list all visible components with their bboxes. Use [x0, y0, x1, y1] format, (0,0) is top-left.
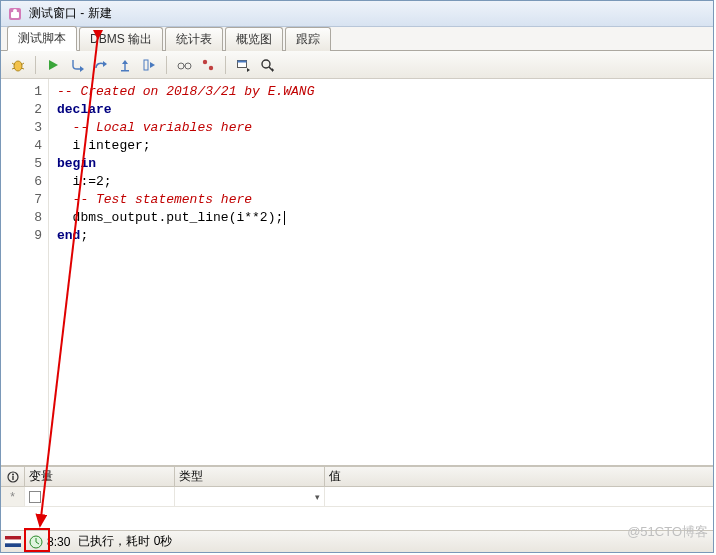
- timer-chip: 8:30: [29, 535, 70, 549]
- value-col-header[interactable]: 值: [325, 467, 713, 486]
- svg-rect-12: [121, 70, 129, 72]
- variable-cell[interactable]: [25, 487, 175, 506]
- tabstrip: 测试脚本 DBMS 输出 统计表 概览图 跟踪: [1, 27, 713, 51]
- svg-point-16: [185, 63, 191, 69]
- svg-rect-27: [12, 476, 13, 480]
- code-area[interactable]: -- Created on 2018/3/21 by E.WANGdeclare…: [49, 79, 713, 465]
- svg-rect-20: [238, 60, 247, 62]
- window-list-button[interactable]: [232, 54, 254, 76]
- tab-test-script[interactable]: 测试脚本: [7, 26, 77, 51]
- svg-marker-24: [272, 68, 274, 72]
- svg-marker-10: [103, 61, 107, 67]
- svg-point-17: [203, 59, 207, 63]
- step-over-button[interactable]: [90, 54, 112, 76]
- svg-point-26: [12, 473, 14, 475]
- tab-statistics[interactable]: 统计表: [165, 27, 223, 51]
- variable-header: 变量 类型 值: [1, 467, 713, 487]
- line-gutter: 123456789: [1, 79, 49, 465]
- flag-icon: [5, 536, 21, 547]
- separator: [35, 56, 36, 74]
- svg-point-15: [178, 63, 184, 69]
- enabled-header: [1, 467, 25, 486]
- svg-marker-14: [150, 62, 155, 68]
- svg-marker-11: [122, 60, 128, 64]
- titlebar: 测试窗口 - 新建: [1, 1, 713, 27]
- value-cell[interactable]: [325, 487, 713, 506]
- svg-rect-13: [144, 60, 148, 70]
- window-title: 测试窗口 - 新建: [29, 5, 112, 22]
- search-button[interactable]: [256, 54, 278, 76]
- svg-point-2: [13, 9, 17, 13]
- run-to-cursor-button[interactable]: [138, 54, 160, 76]
- svg-marker-8: [49, 60, 58, 70]
- statusbar: 8:30 已执行，耗时 0秒: [1, 530, 713, 552]
- svg-point-22: [262, 60, 270, 68]
- code-editor[interactable]: 123456789 -- Created on 2018/3/21 by E.W…: [1, 79, 713, 466]
- step-out-button[interactable]: [114, 54, 136, 76]
- glasses-button[interactable]: [173, 54, 195, 76]
- separator: [166, 56, 167, 74]
- variable-panel: 变量 类型 值 *: [1, 466, 713, 530]
- toolbar: [1, 51, 713, 79]
- svg-marker-21: [247, 68, 250, 72]
- debug-button[interactable]: [7, 54, 29, 76]
- checkbox-icon[interactable]: [29, 491, 41, 503]
- svg-point-3: [14, 61, 22, 71]
- variable-col-header[interactable]: 变量: [25, 467, 175, 486]
- separator: [225, 56, 226, 74]
- row-marker: *: [1, 487, 25, 506]
- run-button[interactable]: [42, 54, 64, 76]
- svg-marker-9: [80, 66, 84, 72]
- svg-rect-29: [5, 540, 21, 544]
- clock-icon: [29, 535, 43, 549]
- variable-row[interactable]: *: [1, 487, 713, 507]
- status-message: 已执行，耗时 0秒: [78, 533, 172, 550]
- svg-point-18: [209, 65, 213, 69]
- breakpoints-button[interactable]: [197, 54, 219, 76]
- type-cell[interactable]: [175, 487, 325, 506]
- elapsed-time: 8:30: [47, 535, 70, 549]
- tab-trace[interactable]: 跟踪: [285, 27, 331, 51]
- app-icon: [7, 6, 23, 22]
- tab-overview[interactable]: 概览图: [225, 27, 283, 51]
- type-col-header[interactable]: 类型: [175, 467, 325, 486]
- svg-rect-30: [5, 543, 21, 547]
- svg-rect-28: [5, 536, 21, 540]
- step-into-button[interactable]: [66, 54, 88, 76]
- tab-dbms-output[interactable]: DBMS 输出: [79, 27, 163, 51]
